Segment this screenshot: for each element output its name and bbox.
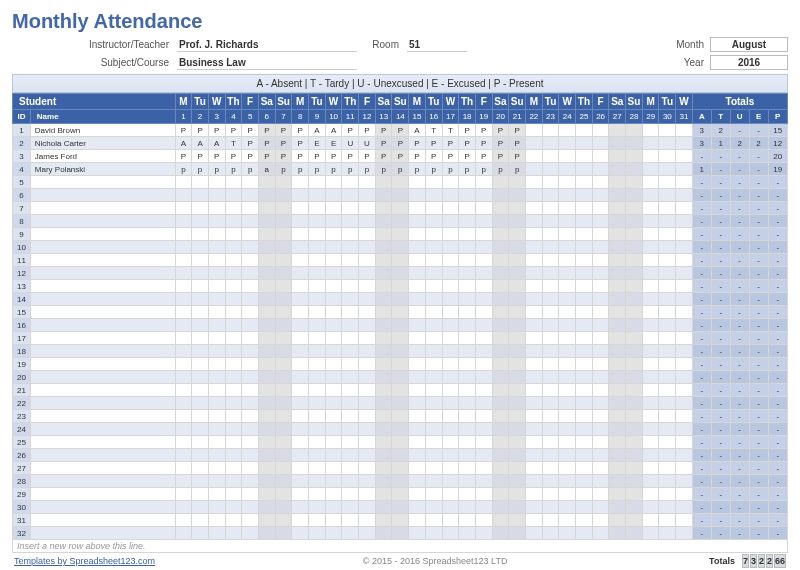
cell-att[interactable] — [642, 527, 659, 540]
cell-att[interactable]: P — [442, 150, 459, 163]
cell-att[interactable] — [275, 436, 292, 449]
cell-att[interactable] — [192, 514, 209, 527]
cell-att[interactable] — [642, 397, 659, 410]
cell-att[interactable] — [309, 176, 326, 189]
cell-att[interactable] — [642, 423, 659, 436]
cell-att[interactable] — [225, 254, 242, 267]
cell-att[interactable]: P — [242, 124, 259, 137]
cell-att[interactable] — [242, 371, 259, 384]
cell-att[interactable] — [208, 202, 225, 215]
cell-att[interactable] — [659, 358, 676, 371]
cell-att[interactable] — [258, 345, 275, 358]
cell-att[interactable] — [409, 475, 426, 488]
cell-att[interactable] — [342, 436, 359, 449]
cell-att[interactable] — [492, 358, 509, 371]
cell-att[interactable] — [175, 293, 192, 306]
cell-att[interactable] — [192, 501, 209, 514]
cell-att[interactable] — [342, 358, 359, 371]
cell-att[interactable] — [576, 280, 593, 293]
cell-att[interactable] — [542, 371, 559, 384]
cell-att[interactable] — [242, 215, 259, 228]
cell-att[interactable] — [325, 319, 342, 332]
cell-att[interactable] — [676, 228, 693, 241]
cell-att[interactable] — [425, 319, 442, 332]
cell-att[interactable] — [325, 215, 342, 228]
cell-att[interactable] — [309, 397, 326, 410]
cell-att[interactable] — [509, 384, 526, 397]
cell-att[interactable] — [642, 436, 659, 449]
cell-att[interactable] — [592, 462, 609, 475]
cell-att[interactable] — [375, 241, 392, 254]
cell-att[interactable] — [642, 410, 659, 423]
cell-att[interactable] — [559, 462, 576, 475]
cell-att[interactable] — [609, 514, 626, 527]
cell-att[interactable] — [509, 397, 526, 410]
cell-att[interactable] — [392, 501, 409, 514]
cell-att[interactable] — [576, 124, 593, 137]
cell-att[interactable] — [242, 475, 259, 488]
cell-att[interactable] — [192, 267, 209, 280]
cell-att[interactable] — [309, 215, 326, 228]
cell-att[interactable] — [325, 488, 342, 501]
cell-att[interactable]: P — [509, 124, 526, 137]
cell-att[interactable] — [242, 384, 259, 397]
cell-att[interactable] — [492, 280, 509, 293]
cell-att[interactable] — [292, 527, 309, 540]
cell-att[interactable] — [509, 449, 526, 462]
cell-att[interactable] — [576, 254, 593, 267]
cell-att[interactable] — [242, 397, 259, 410]
cell-att[interactable] — [659, 410, 676, 423]
cell-att[interactable] — [425, 189, 442, 202]
cell-att[interactable] — [609, 527, 626, 540]
cell-att[interactable] — [359, 358, 376, 371]
cell-att[interactable] — [325, 397, 342, 410]
cell-att[interactable] — [425, 371, 442, 384]
cell-att[interactable] — [392, 475, 409, 488]
cell-att[interactable] — [442, 332, 459, 345]
cell-att[interactable] — [225, 319, 242, 332]
cell-att[interactable] — [409, 267, 426, 280]
cell-att[interactable] — [275, 228, 292, 241]
cell-att[interactable] — [375, 527, 392, 540]
cell-name[interactable] — [30, 410, 175, 423]
cell-att[interactable] — [309, 462, 326, 475]
cell-att[interactable] — [275, 384, 292, 397]
cell-name[interactable] — [30, 358, 175, 371]
cell-att[interactable] — [242, 189, 259, 202]
cell-att[interactable] — [626, 241, 643, 254]
cell-att[interactable]: p — [509, 163, 526, 176]
cell-att[interactable] — [175, 501, 192, 514]
cell-att[interactable] — [475, 215, 492, 228]
cell-att[interactable]: P — [359, 124, 376, 137]
cell-att[interactable] — [292, 306, 309, 319]
cell-att[interactable] — [642, 449, 659, 462]
cell-att[interactable]: U — [342, 137, 359, 150]
cell-att[interactable] — [208, 475, 225, 488]
cell-att[interactable]: P — [258, 124, 275, 137]
cell-att[interactable] — [392, 358, 409, 371]
cell-att[interactable] — [242, 293, 259, 306]
cell-att[interactable] — [375, 488, 392, 501]
cell-id[interactable]: 6 — [13, 189, 31, 202]
cell-att[interactable] — [359, 332, 376, 345]
cell-att[interactable] — [642, 319, 659, 332]
cell-att[interactable]: E — [309, 137, 326, 150]
cell-att[interactable] — [676, 254, 693, 267]
cell-att[interactable] — [442, 475, 459, 488]
cell-att[interactable] — [175, 189, 192, 202]
cell-att[interactable] — [309, 280, 326, 293]
cell-att[interactable] — [375, 501, 392, 514]
cell-att[interactable] — [208, 501, 225, 514]
cell-att[interactable] — [592, 228, 609, 241]
cell-att[interactable] — [409, 488, 426, 501]
cell-att[interactable] — [542, 514, 559, 527]
cell-att[interactable]: P — [208, 150, 225, 163]
cell-att[interactable] — [659, 254, 676, 267]
cell-name[interactable] — [30, 527, 175, 540]
cell-att[interactable] — [375, 319, 392, 332]
cell-att[interactable] — [576, 228, 593, 241]
cell-att[interactable] — [542, 163, 559, 176]
cell-att[interactable] — [392, 436, 409, 449]
cell-att[interactable] — [275, 254, 292, 267]
cell-att[interactable] — [342, 397, 359, 410]
